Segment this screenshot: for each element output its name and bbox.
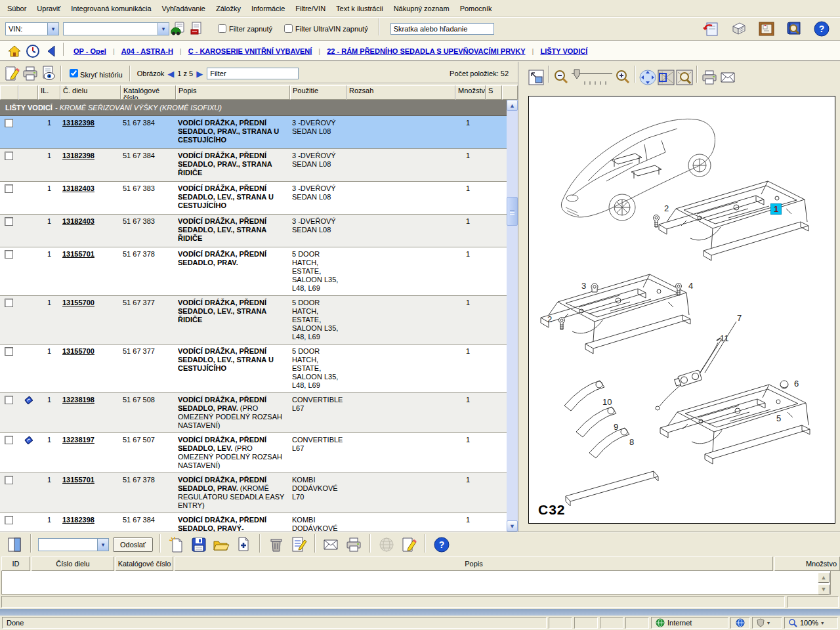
table-row[interactable]: 11318239851 67 384VODÍCÍ DRÁŽKA, PŘEDNÍ … xyxy=(0,513,507,532)
breadcrumb-link-1[interactable]: OP - Opel xyxy=(74,47,106,55)
column-header-Popis[interactable]: Popis xyxy=(176,85,290,100)
chevron-down-icon[interactable]: ▾ xyxy=(47,23,58,35)
column-header-Použitie[interactable]: Použitie xyxy=(290,85,346,100)
callout-9[interactable]: 9 xyxy=(614,422,618,432)
history-clock-icon[interactable] xyxy=(24,42,42,60)
part-number-link[interactable]: 13182403 xyxy=(62,217,94,225)
save-icon[interactable] xyxy=(190,536,208,554)
list-column-header-5[interactable]: Množstvo xyxy=(774,556,840,571)
illustration-canvas[interactable]: 21342711610985 C32 xyxy=(528,96,835,524)
callout-1[interactable]: 1 xyxy=(770,203,782,215)
vehicle-lookup-icon[interactable] xyxy=(169,20,188,38)
filter-on-checkbox[interactable]: Filter zapnutý xyxy=(218,24,272,33)
column-header-IL.[interactable]: IL. xyxy=(38,85,60,100)
column-header-Katalógové číslo[interactable]: Katalógové číslo xyxy=(121,85,176,100)
row-checkbox[interactable] xyxy=(5,396,13,404)
callout-8[interactable]: 8 xyxy=(629,437,634,447)
home-icon[interactable] xyxy=(5,42,24,60)
quicklist-select[interactable]: ▾ xyxy=(38,538,109,551)
print-list-icon[interactable] xyxy=(345,536,363,554)
callout-5[interactable]: 5 xyxy=(776,413,781,423)
hide-history-checkbox[interactable]: Skryť históriu xyxy=(70,69,123,79)
print-illustration-icon[interactable] xyxy=(700,68,719,87)
breadcrumb-link-5[interactable]: LIŠTY VODICÍ xyxy=(540,47,587,55)
part-number-link[interactable]: 13238198 xyxy=(62,396,94,404)
chevron-down-icon[interactable]: ▾ xyxy=(158,23,169,35)
list-column-header-1[interactable]: ID xyxy=(1,556,30,571)
table-row[interactable]: 11315570051 67 377VODÍCÍ DRÁŽKA, PŘEDNÍ … xyxy=(0,296,507,345)
shortcut-search-input[interactable] xyxy=(390,23,494,35)
callout-2[interactable]: 2 xyxy=(664,203,669,213)
column-header-blank-1[interactable] xyxy=(18,85,38,100)
zoom-region-icon[interactable] xyxy=(675,68,694,87)
back-icon[interactable] xyxy=(42,42,60,60)
scroll-down-icon[interactable]: ▼ xyxy=(507,520,518,532)
parts-table-scrollbar[interactable]: ▲ ▼ xyxy=(507,100,518,532)
scroll-up-icon[interactable]: ▲ xyxy=(818,572,830,583)
new-document-icon[interactable] xyxy=(167,536,186,554)
return-to-document-icon[interactable] xyxy=(702,20,721,38)
part-number-link[interactable]: 13155701 xyxy=(62,250,94,258)
filter-input[interactable] xyxy=(207,68,299,79)
part-number-link[interactable]: 13155701 xyxy=(62,476,94,484)
table-row[interactable]: 11318239851 67 384VODÍCÍ DRÁŽKA, PŘEDNÍ … xyxy=(0,116,507,149)
column-header-S[interactable]: S xyxy=(486,85,502,100)
send-button[interactable]: Odoslať xyxy=(113,537,153,552)
breadcrumb-link-3[interactable]: C - KAROSERIE VNITŘNÍ VYBAVENÍ xyxy=(188,47,312,55)
column-header-blank-0[interactable] xyxy=(0,85,18,100)
protection-indicator[interactable]: ▾ xyxy=(752,617,782,629)
print-preview-icon[interactable] xyxy=(39,64,58,83)
table-row[interactable]: 11323819751 67 507VODÍCÍ DRÁŽKA, PŘEDNÍ … xyxy=(0,433,507,473)
help-icon[interactable]: ? xyxy=(812,20,831,38)
scroll-down-icon[interactable]: ▼ xyxy=(818,584,830,595)
zoom-out-icon[interactable] xyxy=(552,68,570,87)
chevron-down-icon[interactable]: ▾ xyxy=(767,620,770,626)
shopping-list-body[interactable] xyxy=(1,571,831,595)
menu-item-9[interactable]: Nákupný zoznam xyxy=(389,2,454,15)
menu-item-2[interactable]: Upraviť xyxy=(32,2,65,15)
panel-toggle-icon[interactable] xyxy=(5,536,24,554)
row-checkbox[interactable] xyxy=(5,436,13,444)
column-header-Množstv[interactable]: Množstv xyxy=(455,85,486,100)
row-checkbox[interactable] xyxy=(5,516,13,524)
menu-item-3[interactable]: Integrovaná komunikácia xyxy=(66,2,156,15)
callout-6[interactable]: 6 xyxy=(794,379,799,388)
row-checkbox[interactable] xyxy=(5,299,13,307)
part-number-link[interactable]: 13238197 xyxy=(62,436,94,444)
row-checkbox[interactable] xyxy=(5,250,13,259)
menu-item-10[interactable]: Pomocník xyxy=(455,2,497,15)
bulletin-board-icon[interactable] xyxy=(757,20,776,38)
next-image-icon[interactable]: ▶ xyxy=(196,70,203,78)
zoom-in-icon[interactable] xyxy=(614,68,632,87)
vin-type-select[interactable]: VIN: ▾ xyxy=(5,22,59,35)
help-list-icon[interactable]: ? xyxy=(432,536,451,554)
table-row[interactable]: 11318240351 67 383VODÍCÍ DRÁŽKA, PŘEDNÍ … xyxy=(0,215,507,247)
table-row[interactable]: 11323819851 67 508VODÍCÍ DRÁŽKA, PŘEDNÍ … xyxy=(0,393,507,433)
row-checkbox[interactable] xyxy=(5,119,13,127)
edit-list-icon[interactable] xyxy=(289,536,308,554)
part-number-link[interactable]: 13182398 xyxy=(62,516,94,524)
previous-image-icon[interactable]: ◀ xyxy=(167,70,174,78)
breadcrumb-link-2[interactable]: A04 - ASTRA-H xyxy=(121,47,173,55)
vin-document-icon[interactable] xyxy=(188,20,206,38)
part-number-link[interactable]: 13155700 xyxy=(62,299,94,306)
scroll-up-icon[interactable]: ▲ xyxy=(507,100,518,111)
table-row[interactable]: 11315570151 67 378VODÍCÍ DRÁŽKA, PŘEDNÍ … xyxy=(0,473,507,513)
row-checkbox[interactable] xyxy=(5,347,13,356)
part-number-link[interactable]: 13182403 xyxy=(62,184,94,192)
table-row[interactable]: 11315570051 67 377VODÍCÍ DRÁŽKA, PŘEDNÍ … xyxy=(0,345,507,393)
scrollbar-thumb[interactable] xyxy=(507,197,518,226)
notes-icon[interactable] xyxy=(400,536,418,554)
callout-4[interactable]: 4 xyxy=(688,281,693,291)
list-column-header-2[interactable]: Číslo dielu xyxy=(32,556,114,571)
callout-2[interactable]: 2 xyxy=(547,314,552,324)
callout-3[interactable]: 3 xyxy=(581,281,586,291)
email-icon[interactable] xyxy=(322,536,341,554)
row-checkbox[interactable] xyxy=(5,152,13,160)
ultravin-checkbox-input[interactable] xyxy=(284,24,293,33)
menu-item-5[interactable]: Záložky xyxy=(211,2,245,15)
news-icon[interactable] xyxy=(730,20,748,38)
menu-item-1[interactable]: Súbor xyxy=(3,2,31,15)
zoom-control[interactable]: 100% ▾ xyxy=(784,617,838,629)
table-row[interactable]: 11315570151 67 378VODÍCÍ DRÁŽKA, PŘEDNÍ … xyxy=(0,247,507,296)
